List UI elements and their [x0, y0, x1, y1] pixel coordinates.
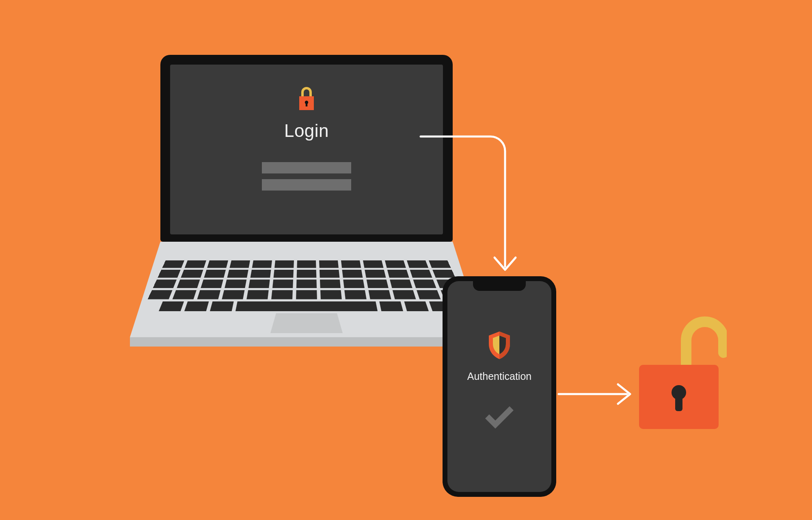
phone-notch: [473, 281, 526, 291]
svg-marker-5: [270, 313, 343, 333]
login-form: [262, 162, 351, 191]
username-field[interactable]: [262, 162, 351, 173]
laptop-screen-frame: Login: [160, 55, 453, 242]
arrow-laptop-to-phone-icon: [419, 135, 525, 285]
phone-screen: Authentication: [447, 281, 551, 492]
login-title: Login: [284, 121, 329, 141]
check-icon: [483, 403, 516, 429]
unlocked-padlock-icon: [633, 313, 727, 435]
svg-marker-4: [130, 337, 483, 347]
password-field[interactable]: [262, 179, 351, 191]
lock-icon: [297, 86, 316, 112]
phone-device: Authentication: [443, 276, 556, 497]
laptop-screen: Login: [170, 65, 443, 234]
shield-icon: [486, 330, 512, 361]
authentication-title: Authentication: [467, 370, 531, 382]
svg-rect-2: [306, 102, 307, 106]
arrow-phone-to-lock-icon: [557, 382, 634, 406]
svg-rect-9: [675, 393, 682, 411]
diagram-stage: Login: [0, 0, 812, 520]
